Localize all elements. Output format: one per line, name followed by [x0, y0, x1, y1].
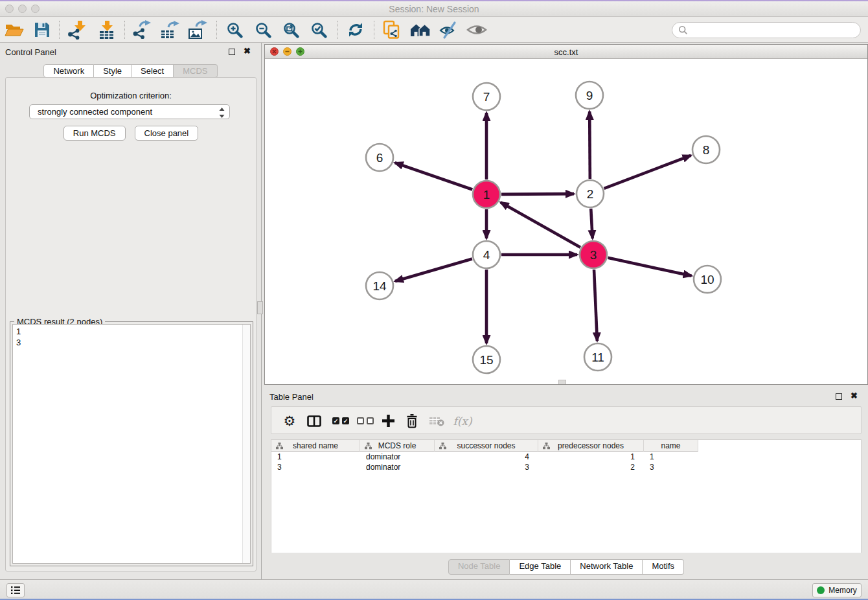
result-scrollbar[interactable] — [242, 325, 250, 563]
hierarchy-icon — [543, 443, 550, 450]
table-cell[interactable]: 1 — [271, 452, 360, 462]
table-tab-motifs[interactable]: Motifs — [643, 559, 684, 575]
table-panel-title: Table Panel — [269, 392, 314, 402]
fx-icon: f(x) — [453, 415, 472, 428]
table-cell[interactable]: 3 — [644, 462, 698, 472]
optimization-criterion-dropdown[interactable]: strongly connected component — [29, 104, 230, 119]
window-title: Session: New Session — [0, 4, 868, 14]
network-window-titlebar: scc.txt — [265, 45, 867, 59]
export-network-icon — [131, 20, 151, 40]
save-floppy-icon — [34, 21, 51, 38]
zoom-fit-button[interactable] — [279, 19, 303, 41]
refresh-button[interactable] — [344, 19, 367, 41]
hide-network-button[interactable] — [437, 19, 460, 41]
optimization-criterion-label: Optimization criterion: — [6, 91, 256, 100]
column-header-label: predecessor nodes — [558, 441, 624, 450]
graph-edge-3-1[interactable] — [501, 202, 580, 247]
clone-network-button[interactable] — [380, 19, 404, 41]
toolbar-separator — [216, 21, 217, 39]
run-mcds-button[interactable]: Run MCDS — [63, 126, 126, 141]
table-tab-edge-table[interactable]: Edge Table — [510, 559, 571, 575]
close-panel-button[interactable]: Close panel — [135, 126, 199, 141]
table-tab-node-table[interactable]: Node Table — [448, 559, 510, 575]
export-table-icon — [160, 20, 179, 40]
delete-table-icon — [429, 416, 444, 426]
show-network-button[interactable] — [465, 19, 488, 41]
table-row[interactable]: 1dominator411 — [271, 452, 698, 462]
table-settings-button[interactable]: ⚙ — [280, 407, 299, 435]
open-folder-icon — [5, 21, 24, 38]
table-cell[interactable]: 4 — [435, 452, 538, 462]
deselect-all-button[interactable] — [356, 407, 375, 435]
add-column-button[interactable] — [379, 407, 397, 435]
delete-column-button[interactable] — [403, 407, 421, 435]
network-canvas[interactable]: 7968124314101511 — [265, 59, 867, 384]
table-cell[interactable]: dominator — [360, 462, 435, 472]
show-log-button[interactable] — [6, 583, 25, 597]
select-all-button[interactable]: ✓ ✓ — [331, 407, 350, 435]
panel-splitter-handle[interactable] — [257, 301, 263, 314]
canvas-splitter-handle[interactable] — [558, 380, 566, 384]
import-table-button[interactable] — [95, 19, 119, 41]
table-tab-network-table[interactable]: Network Table — [571, 559, 643, 575]
table-cell[interactable]: 1 — [538, 452, 644, 462]
graph-edge-2-3[interactable] — [591, 209, 592, 238]
graph-edge-1-6[interactable] — [395, 163, 473, 189]
float-panel-icon[interactable] — [229, 49, 235, 55]
search-field[interactable] — [672, 22, 861, 38]
export-image-button[interactable] — [186, 19, 209, 41]
open-file-button[interactable] — [3, 19, 26, 41]
float-table-panel-icon[interactable] — [836, 393, 842, 400]
tab-mcds[interactable]: MCDS — [174, 64, 217, 78]
table-cell[interactable]: 3 — [271, 462, 360, 472]
search-input[interactable] — [691, 25, 860, 35]
column-header-name[interactable]: name — [644, 440, 698, 452]
column-header-label: successor nodes — [457, 441, 515, 450]
export-network-button[interactable] — [130, 19, 153, 41]
graph-node-label: 10 — [700, 273, 714, 286]
column-header-MCDS-role[interactable]: MCDS role — [360, 440, 435, 452]
split-view-button[interactable] — [305, 407, 323, 435]
delete-table-button[interactable] — [427, 407, 446, 435]
table-header: shared nameMCDS rolesuccessor nodesprede… — [271, 440, 698, 452]
zoom-selected-icon — [310, 21, 328, 39]
zoom-selected-button[interactable] — [307, 19, 330, 41]
save-session-button[interactable] — [30, 19, 54, 41]
eye-icon — [466, 23, 487, 37]
dropdown-chevrons-icon — [219, 108, 225, 118]
column-header-predecessor-nodes[interactable]: predecessor nodes — [538, 440, 644, 452]
tab-select[interactable]: Select — [131, 64, 174, 78]
zoom-out-button[interactable] — [251, 19, 275, 41]
graph-edge-1-2[interactable] — [501, 194, 574, 194]
tab-style[interactable]: Style — [94, 64, 131, 78]
mcds-result-group: MCDS result (2 nodes) 13 — [10, 321, 253, 566]
table-row[interactable]: 3dominator323 — [271, 462, 698, 472]
graph-node-label: 2 — [587, 187, 594, 201]
graph-edge-2-8[interactable] — [604, 156, 691, 189]
control-panel-tabs: NetworkStyleSelectMCDS — [0, 64, 261, 78]
import-network-button[interactable] — [65, 19, 88, 41]
memory-button[interactable]: Memory — [812, 583, 862, 597]
zoom-out-icon — [255, 21, 272, 39]
table-cell[interactable]: dominator — [360, 452, 435, 462]
column-header-successor-nodes[interactable]: successor nodes — [435, 440, 538, 452]
show-all-networks-button[interactable] — [409, 19, 432, 41]
graph-edge-3-10[interactable] — [608, 258, 691, 276]
table-cell[interactable]: 3 — [435, 462, 538, 472]
graph-edge-3-11[interactable] — [594, 270, 597, 341]
function-builder-button[interactable]: f(x) — [451, 407, 474, 435]
mcds-result-list[interactable]: 13 — [12, 324, 251, 564]
zoom-in-button[interactable] — [223, 19, 246, 41]
table-tabs: Node TableEdge TableNetwork TableMotifs — [264, 559, 868, 575]
table-cell[interactable]: 1 — [644, 452, 698, 462]
tab-network[interactable]: Network — [43, 64, 94, 78]
table-cell[interactable]: 2 — [538, 462, 644, 472]
graph-edge-4-14[interactable] — [395, 259, 472, 281]
trash-icon — [405, 414, 418, 428]
graph-edge-2-9[interactable] — [589, 111, 590, 179]
checked-checkbox-icon: ✓ — [332, 417, 339, 424]
close-table-panel-icon[interactable]: ✖ — [851, 391, 858, 401]
column-header-shared-name[interactable]: shared name — [271, 440, 360, 452]
export-table-button[interactable] — [158, 19, 181, 41]
close-panel-icon[interactable]: ✖ — [244, 46, 251, 56]
